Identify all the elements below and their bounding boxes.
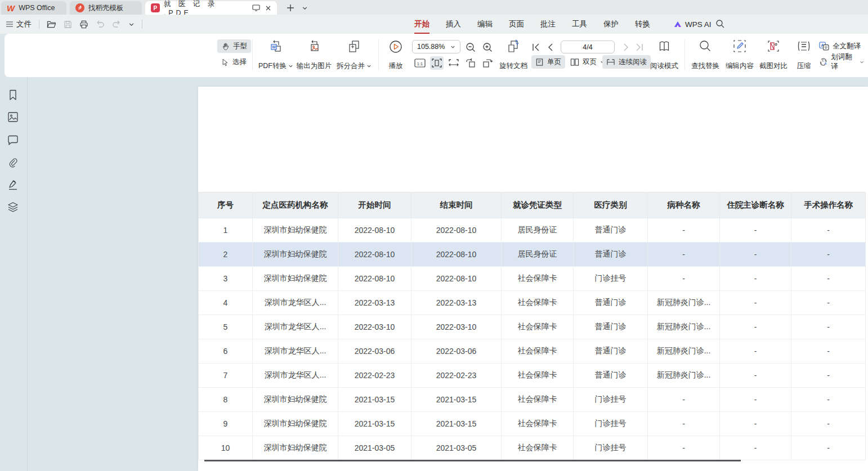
- hand-tool-button[interactable]: 手型: [217, 39, 251, 53]
- column-header: 序号: [199, 192, 253, 218]
- continuous-reading-button[interactable]: 连续阅读: [602, 55, 651, 69]
- paperclip-icon: [7, 156, 19, 169]
- single-page-button[interactable]: 单页: [531, 55, 565, 69]
- full-translate-icon: A文: [819, 42, 829, 51]
- zoom-out-button[interactable]: [464, 41, 477, 54]
- screenshot-compare-button[interactable]: 截图对比: [756, 38, 791, 72]
- split-merge-button[interactable]: 拆分合并: [333, 38, 375, 72]
- previous-page-icon: [547, 43, 554, 51]
- sidebar-thumbnails-button[interactable]: [7, 111, 19, 123]
- tab-wps-office[interactable]: W WPS Office: [1, 1, 66, 15]
- sidebar-attachments-button[interactable]: [7, 156, 19, 169]
- table-row[interactable]: 1深圳市妇幼保健院2022-08-102022-08-10居民身份证普通门诊--…: [199, 218, 866, 243]
- menu-tab-7[interactable]: 转换: [635, 19, 650, 29]
- tab-list-dropdown-icon[interactable]: [298, 2, 311, 14]
- zoom-in-button[interactable]: [481, 41, 494, 54]
- compress-button[interactable]: 压缩: [790, 38, 817, 72]
- page-number-input[interactable]: 4/4: [561, 41, 615, 53]
- table-row[interactable]: 3深圳市妇幼保健院2022-08-102022-08-10社会保障卡门诊挂号--…: [199, 267, 866, 291]
- last-page-button[interactable]: [633, 41, 646, 54]
- image-icon: [7, 111, 19, 123]
- table-cell: 2: [199, 243, 253, 267]
- table-row[interactable]: 9深圳市妇幼保健院2021-03-152021-03-15社会保障卡门诊挂号--…: [199, 412, 866, 436]
- rotate-left-button[interactable]: [464, 56, 477, 70]
- menu-tab-4[interactable]: 批注: [540, 19, 556, 29]
- full-text-translate-button[interactable]: A文 全文翻译: [815, 39, 865, 53]
- file-menu-button[interactable]: 文件: [6, 19, 32, 29]
- table-row[interactable]: 10深圳市妇幼保健院2021-03-052021-03-05社会保障卡门诊挂号-…: [199, 436, 866, 460]
- zoom-level-select[interactable]: 105.88%: [412, 40, 460, 53]
- sidebar-bookmarks-button[interactable]: [7, 89, 19, 101]
- read-mode-button[interactable]: 阅读模式: [648, 38, 681, 72]
- table-cell: 2022-08-10: [338, 243, 411, 267]
- print-button[interactable]: [79, 20, 88, 29]
- menu-wps-ai[interactable]: WPS AI: [673, 15, 712, 34]
- menu-tab-3[interactable]: 页面: [509, 19, 524, 29]
- sidebar-comments-button[interactable]: [7, 134, 19, 146]
- first-page-button[interactable]: [529, 41, 543, 54]
- menu-search-button[interactable]: [715, 19, 725, 29]
- actual-size-button[interactable]: 1:1: [413, 56, 427, 70]
- menu-tab-0[interactable]: 开始: [414, 19, 429, 29]
- sidebar-signature-button[interactable]: [7, 178, 19, 191]
- undo-button[interactable]: [96, 20, 105, 28]
- export-as-image-button[interactable]: 输出为图片: [293, 38, 335, 72]
- fit-page-button[interactable]: [430, 56, 444, 70]
- word-translate-button[interactable]: 文A 划词翻译: [815, 55, 868, 69]
- next-page-button[interactable]: [619, 41, 633, 54]
- double-page-icon: [570, 58, 579, 66]
- menu-tab-2[interactable]: 编辑: [477, 19, 493, 29]
- table-cell: 普通门诊: [574, 364, 648, 388]
- docer-logo-icon: [75, 3, 84, 12]
- printer-icon: [79, 20, 88, 29]
- close-tab-icon[interactable]: [265, 5, 271, 11]
- table-row[interactable]: 6深圳市龙华区人...2022-03-062022-03-06社会保障卡普通门诊…: [199, 339, 866, 364]
- table-cell: -: [791, 412, 866, 436]
- save-button[interactable]: [64, 20, 72, 29]
- window-tab-bar: W WPS Office 找稻壳模板 P 就 医 记 录 .PDF: [0, 0, 868, 15]
- rotate-document-button[interactable]: 旋转文档: [496, 38, 531, 72]
- table-cell: 新冠肺炎门诊...: [648, 315, 720, 339]
- tab-medical-record-pdf[interactable]: P 就 医 记 录 .PDF: [145, 1, 277, 15]
- menu-tab-6[interactable]: 保护: [603, 19, 619, 29]
- fit-width-button[interactable]: [447, 56, 460, 70]
- rotate-right-button[interactable]: [481, 56, 494, 70]
- sidebar-layers-button[interactable]: [7, 201, 19, 213]
- wps-ai-logo-icon: [673, 20, 682, 28]
- open-file-button[interactable]: [47, 20, 56, 29]
- tab-docer-templates[interactable]: 找稻壳模板: [70, 1, 142, 15]
- monitor-icon[interactable]: [252, 5, 260, 11]
- pdf-file-icon: P: [151, 3, 160, 12]
- table-cell: 普通门诊: [574, 339, 648, 364]
- pdf-page[interactable]: 序号定点医药机构名称开始时间结束时间就诊凭证类型医疗类别病种名称住院主诊断名称手…: [198, 87, 868, 471]
- edit-content-icon: [733, 39, 746, 53]
- new-tab-button[interactable]: [284, 2, 297, 14]
- pdf-convert-button[interactable]: W PDF转换: [256, 38, 296, 72]
- find-replace-icon: [699, 39, 712, 53]
- redo-button[interactable]: [112, 20, 121, 28]
- column-header: 住院主诊断名称: [720, 192, 791, 218]
- pen-icon: [7, 178, 19, 191]
- table-row[interactable]: 2深圳市妇幼保健院2022-08-102022-08-10居民身份证普通门诊--…: [199, 243, 866, 267]
- fit-width-icon: [448, 58, 459, 68]
- previous-page-button[interactable]: [544, 41, 557, 54]
- table-cell: 10: [199, 436, 253, 460]
- table-row[interactable]: 5深圳市龙华区人...2022-03-102022-03-10社会保障卡普通门诊…: [199, 315, 866, 339]
- menu-tab-1[interactable]: 插入: [446, 19, 461, 29]
- find-replace-button[interactable]: 查找替换: [688, 38, 723, 72]
- table-row[interactable]: 4深圳市龙华区人...2022-03-132022-03-13社会保障卡普通门诊…: [199, 291, 866, 315]
- edit-content-button[interactable]: 编辑内容: [722, 38, 757, 72]
- undo-icon: [96, 20, 105, 28]
- table-cell: 2022-03-06: [411, 339, 502, 364]
- word-translate-icon: 文A: [819, 57, 827, 66]
- menu-tab-5[interactable]: 工具: [572, 19, 587, 29]
- table-row[interactable]: 8深圳市妇幼保健院2021-03-152021-03-15社会保障卡门诊挂号--…: [199, 388, 866, 412]
- table-cell: 2022-08-10: [411, 218, 502, 243]
- table-row[interactable]: 7深圳市龙华区人...2022-02-232022-02-23社会保障卡普通门诊…: [199, 364, 866, 388]
- play-button[interactable]: 播放: [383, 38, 409, 72]
- table-cell: -: [791, 388, 866, 412]
- fit-page-icon: [431, 58, 442, 68]
- qat-dropdown-icon[interactable]: [128, 21, 135, 28]
- table-cell: -: [791, 339, 866, 364]
- select-tool-button[interactable]: 选择: [217, 55, 251, 69]
